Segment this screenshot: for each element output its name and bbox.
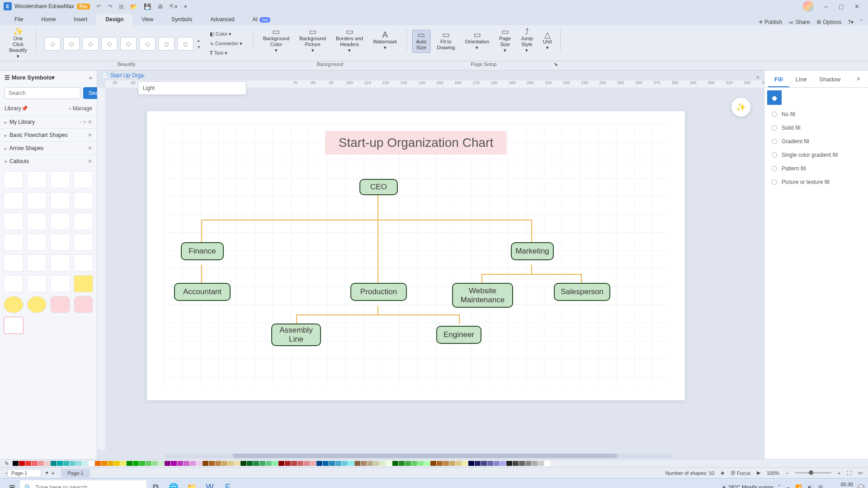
node-assembly[interactable]: Assembly Line [271,324,321,346]
node-accountant[interactable]: Accountant [174,283,231,301]
color-swatch[interactable] [468,461,474,466]
shape-thumb[interactable] [4,317,24,334]
color-swatch[interactable] [348,461,354,466]
color-swatch[interactable] [13,461,19,466]
shape-thumb[interactable] [4,275,24,292]
color-swatch[interactable] [424,461,430,466]
tab-file[interactable]: File [5,14,32,25]
color-swatch[interactable] [367,461,373,466]
page-size-button[interactable]: ▭Page Size ▾ [495,27,514,55]
opt-solid-fill[interactable]: Solid fill [764,121,868,135]
tab-symbols[interactable]: Symbols [162,14,201,25]
color-swatch[interactable] [462,461,468,466]
color-swatch[interactable] [32,461,38,466]
auto-size-button[interactable]: ▭Auto Size [412,30,431,53]
redo-icon[interactable]: ↷ [108,3,113,10]
color-swatch[interactable] [196,461,202,466]
shape-thumb[interactable] [74,234,94,251]
color-swatch[interactable] [481,461,487,466]
undo-icon[interactable]: ↶ [96,3,101,10]
color-swatch[interactable] [57,461,63,466]
color-swatch[interactable] [506,461,512,466]
color-swatch[interactable] [247,461,253,466]
color-swatch[interactable] [342,461,348,466]
page-tab[interactable]: Page-1 [61,469,90,478]
color-swatch[interactable] [297,461,303,466]
shape-thumb[interactable] [27,234,47,251]
color-swatch[interactable] [114,461,120,466]
theme-preset-8[interactable]: ◇ [177,37,193,51]
shape-thumb[interactable] [4,192,24,209]
color-swatch[interactable] [82,461,88,466]
volume-icon[interactable]: 🔊 [807,484,813,488]
tab-design[interactable]: Design [96,14,132,25]
color-swatch[interactable] [165,461,170,466]
shape-thumb[interactable] [27,192,47,209]
tab-advanced[interactable]: Advanced [201,14,243,25]
color-swatch[interactable] [513,461,519,466]
save-icon[interactable]: 💾 [144,3,151,10]
color-swatch[interactable] [253,461,259,466]
color-swatch[interactable] [323,461,329,466]
color-swatch[interactable] [120,461,126,466]
shape-thumb[interactable] [4,296,24,313]
edge-icon[interactable]: 🌐 [165,480,183,488]
new-icon[interactable]: ⊞ [119,3,124,10]
color-swatch[interactable] [190,461,196,466]
horizontal-scrollbar[interactable] [165,454,674,458]
user-avatar[interactable] [803,1,814,12]
color-swatch[interactable] [354,461,360,466]
borders-headers-button[interactable]: ▭Borders and Headers ▾ [332,27,367,55]
color-swatch[interactable] [63,461,69,466]
color-swatch[interactable] [25,461,31,466]
print-icon[interactable]: 🖶 [157,3,163,10]
color-swatch[interactable] [291,461,297,466]
shape-thumb[interactable] [4,171,24,188]
shape-thumb[interactable] [50,254,70,272]
color-swatch[interactable] [234,461,240,466]
color-swatch[interactable] [101,461,107,466]
color-swatch[interactable] [285,461,291,466]
color-swatch[interactable] [44,461,50,466]
layers-icon[interactable]: ◈ [721,470,724,476]
jump-style-button[interactable]: ⤴Jump Style ▾ [517,27,537,55]
color-swatch[interactable] [266,461,272,466]
opt-pattern-fill[interactable]: Pattern fill [764,162,868,175]
color-swatch[interactable] [418,461,424,466]
color-swatch[interactable] [538,461,544,466]
color-swatch[interactable] [500,461,506,466]
shape-thumb[interactable] [74,192,94,209]
one-click-beautify-button[interactable]: ✨One Click Beautify ▾ [5,27,32,61]
theme-preset-2[interactable]: ◇ [63,37,80,51]
color-swatch[interactable] [443,461,449,466]
manage-button[interactable]: ▫ Manage [69,105,92,112]
unit-button[interactable]: △Unit ▾ [539,30,556,52]
color-swatch[interactable] [456,461,462,466]
shape-thumb[interactable] [74,254,94,272]
shape-thumb[interactable] [27,275,47,292]
drawing-page[interactable]: Start-up Organization Chart CEO Finance … [147,111,685,400]
onedrive-icon[interactable]: ☁ [785,484,791,488]
theme-popup[interactable]: Light [138,81,246,95]
shape-thumb[interactable] [4,234,24,251]
color-swatch[interactable] [171,461,177,466]
fill-tool-icon[interactable]: ◆ [767,90,782,105]
close-icon[interactable]: ✕ [849,3,864,10]
color-swatch[interactable] [139,461,145,466]
tab-fill[interactable]: Fill [768,72,789,87]
publish-button[interactable]: ✈ Publish [759,19,783,25]
word-icon[interactable]: W [201,480,219,488]
document-tab[interactable]: 📄Start Up Orga. [102,72,145,79]
cat-mylibrary[interactable]: ▸My Library▫ + ✕ [0,115,97,128]
node-engineer[interactable]: Engineer [436,326,481,344]
connector-dropdown[interactable]: ↳ Connector ▾ [207,39,245,48]
pagesetup-launcher-icon[interactable]: ⬊ [554,61,558,67]
shape-thumb[interactable] [27,171,47,188]
bg-picture-button[interactable]: ▭Background Picture ▾ [296,27,330,55]
notifications-icon[interactable]: 💬 [858,484,864,488]
theme-preset-3[interactable]: ◇ [82,37,99,51]
color-swatch[interactable] [278,461,284,466]
shape-thumb[interactable] [27,254,47,272]
export-icon[interactable]: ⇱▾ [170,3,178,10]
color-swatch[interactable] [184,461,189,466]
